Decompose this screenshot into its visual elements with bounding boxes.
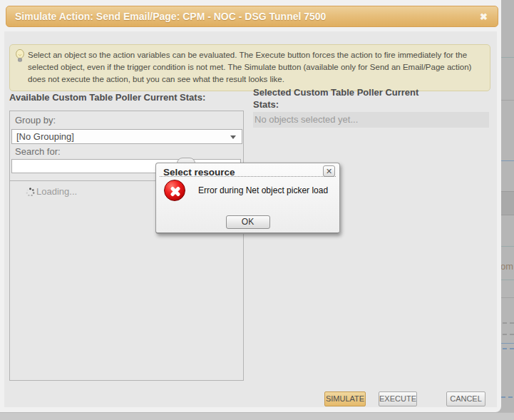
background-dashed-line — [503, 322, 514, 324]
background-dashed-line — [501, 396, 513, 398]
selected-panel-header: Selected Custom Table Poller Current Sta… — [253, 86, 435, 111]
background-text-fragment: om — [500, 261, 513, 272]
select-resource-error-dialog: Select resource ✕ Error during Net objec… — [155, 163, 340, 234]
background-band — [501, 191, 514, 215]
error-icon — [164, 180, 185, 201]
execute-button[interactable]: EXECUTE — [379, 391, 417, 406]
available-panel-header: Available Custom Table Poller Current St… — [9, 91, 205, 103]
screen: om Simulate Action: Send Email/Page: CPM… — [0, 0, 514, 420]
title-separator — [160, 176, 336, 177]
search-for-label: Search for: — [15, 146, 61, 157]
background-row-divider — [501, 343, 514, 344]
dialog-title-bar: Simulate Action: Send Email/Page: CPM - … — [6, 6, 498, 27]
selected-empty-bar: No objects selected yet... — [253, 112, 489, 128]
info-banner-text: Select an object so the action variables… — [28, 45, 490, 91]
group-by-label: Group by: — [15, 115, 56, 126]
background-dashed-line — [503, 348, 514, 349]
background-row-divider — [501, 100, 514, 101]
background-row-divider — [501, 246, 514, 247]
lightbulb-icon — [15, 49, 25, 66]
error-message: Error during Net object picker load — [198, 185, 328, 195]
background-row-divider — [501, 160, 514, 161]
background-row-divider — [501, 57, 514, 58]
cancel-button[interactable]: CANCEL — [446, 391, 485, 406]
close-icon[interactable]: ✖ — [480, 6, 488, 27]
simulate-button[interactable]: SIMULATE — [324, 391, 366, 406]
background-bottom-strip — [0, 412, 514, 420]
close-icon[interactable]: ✕ — [323, 165, 335, 177]
dialog-title: Simulate Action: Send Email/Page: CPM - … — [15, 6, 326, 27]
group-by-dropdown[interactable]: [No Grouping] — [11, 129, 242, 144]
background-dashed-line — [503, 334, 514, 335]
ok-button[interactable]: OK — [226, 215, 270, 229]
loading-text: Loading... — [36, 186, 77, 197]
info-banner: Select an object so the action variables… — [9, 44, 490, 91]
background-row-divider — [501, 280, 514, 280]
background-row-divider — [501, 297, 514, 298]
group-by-selected-value: [No Grouping] — [16, 130, 74, 143]
chevron-down-icon — [230, 135, 236, 139]
selected-empty-text: No objects selected yet... — [255, 112, 489, 128]
